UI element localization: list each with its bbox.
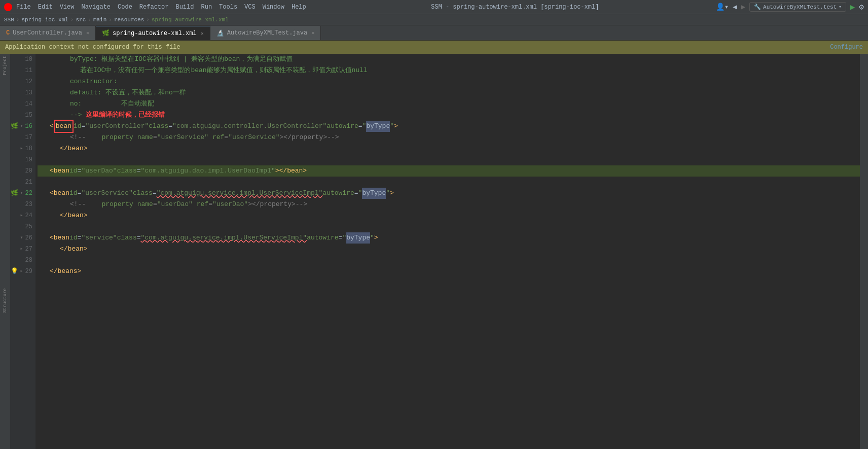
breadcrumb-file[interactable]: spring-autowire-xml.xml bbox=[152, 17, 229, 23]
tab-spring-autowire[interactable]: 🌿 spring-autowire-xml.xml ✕ bbox=[96, 26, 210, 40]
line-num-10: 10 bbox=[25, 54, 32, 65]
project-panel-label[interactable]: Project bbox=[3, 56, 8, 75]
eq-22: = bbox=[78, 188, 82, 199]
val-id-20: "userDao" bbox=[81, 165, 117, 177]
close-tag-18: </bean> bbox=[60, 143, 88, 154]
code-line-15: --> 这里编译的时候，已经报错 bbox=[40, 110, 860, 121]
val-class-20: "com.atguigu.dao.impl.UserDaoImpl" bbox=[141, 165, 275, 177]
comment-11: 若在IOC中，没有任何一个兼容类型的bean能够为属性赋值，则该属性不装配，即值… bbox=[80, 65, 368, 76]
tab-close-0[interactable]: ✕ bbox=[86, 30, 89, 36]
breadcrumb-resources[interactable]: resources bbox=[114, 17, 144, 23]
account-icon[interactable]: 👤▾ bbox=[716, 3, 729, 11]
right-scrollbar[interactable] bbox=[860, 54, 868, 449]
eq3-22: = bbox=[354, 188, 358, 199]
bean-tag-16: bean bbox=[54, 120, 74, 133]
structure-panel-label[interactable]: Structure bbox=[3, 288, 8, 313]
forward-icon[interactable]: ▶ bbox=[741, 3, 745, 11]
menu-code[interactable]: Code bbox=[118, 4, 132, 11]
line-num-21: 21 bbox=[25, 177, 32, 188]
menu-file[interactable]: File bbox=[16, 4, 31, 11]
menu-refactor[interactable]: Refactor bbox=[139, 4, 169, 11]
tag-22: bean bbox=[54, 188, 69, 199]
menu-build[interactable]: Build bbox=[175, 4, 194, 11]
run-button[interactable]: ▶ bbox=[850, 2, 855, 12]
tag-26: bean bbox=[54, 232, 69, 244]
close-beans-29: </beans> bbox=[50, 266, 81, 277]
fold-icon-22[interactable]: ▾ bbox=[20, 188, 23, 199]
fold-icon-29[interactable]: ▸ bbox=[20, 266, 23, 277]
val-autowire-close-22: " bbox=[386, 188, 390, 199]
comment-13: default: 不设置，不装配，和no一样 bbox=[70, 87, 186, 98]
attr-autowire-22: autowire bbox=[322, 188, 354, 199]
open-22: < bbox=[50, 188, 54, 199]
fold-icon-27[interactable]: ▸ bbox=[20, 244, 23, 255]
eq2-26: = bbox=[137, 232, 141, 244]
breadcrumb-ssm[interactable]: SSM bbox=[4, 17, 14, 23]
comment-17: <!-- property name="userService" ref="us… bbox=[70, 132, 339, 143]
menu-bar[interactable]: File Edit View Navigate Code Refactor Bu… bbox=[16, 4, 306, 11]
menu-run[interactable]: Run bbox=[201, 4, 212, 11]
editor-tabs: C UserController.java ✕ 🌿 spring-autowir… bbox=[0, 25, 868, 41]
breadcrumb-sep-0: › bbox=[16, 17, 20, 23]
line-num-14: 14 bbox=[25, 98, 32, 110]
breadcrumb-sep-3: › bbox=[108, 17, 112, 23]
tab-usercontroller[interactable]: C UserController.java ✕ bbox=[0, 26, 96, 40]
code-line-29: </beans> bbox=[40, 266, 860, 277]
run-config-icon: 🔧 bbox=[754, 4, 761, 10]
code-line-21 bbox=[40, 177, 860, 188]
fold-icon-16[interactable]: ▾ bbox=[20, 121, 23, 132]
val-id-22: "userService" bbox=[81, 188, 132, 199]
menu-navigate[interactable]: Navigate bbox=[81, 4, 111, 11]
app-logo bbox=[4, 3, 12, 11]
val-autowire-open-16: " bbox=[363, 121, 367, 132]
code-editor[interactable]: byType: 根据关型在IOC容器中找到 | 兼容关型的bean，为满足自动赋… bbox=[35, 54, 860, 449]
eq2-16: = bbox=[168, 121, 172, 132]
close-tag-24: </bean> bbox=[60, 210, 88, 221]
settings-button[interactable]: ⚙ bbox=[859, 2, 864, 12]
open-20: < bbox=[50, 165, 54, 177]
code-line-23: <!-- property name="userDao" ref="userDa… bbox=[40, 199, 860, 210]
line-num-26: ▾ 26 bbox=[20, 232, 32, 244]
tab-close-1[interactable]: ✕ bbox=[201, 30, 204, 37]
breadcrumb-module[interactable]: spring-ioc-xml bbox=[21, 17, 68, 23]
line-num-18: ▸ 18 bbox=[20, 143, 32, 154]
line-num-19: 19 bbox=[25, 154, 32, 165]
gutter-icon-16: 🌿 bbox=[11, 121, 18, 132]
bulb-icon-29[interactable]: 💡 bbox=[11, 266, 18, 277]
menu-help[interactable]: Help bbox=[292, 4, 306, 11]
breadcrumb-main[interactable]: main bbox=[93, 17, 106, 23]
configure-link[interactable]: Configure bbox=[830, 44, 863, 51]
attr-id-26: id bbox=[69, 232, 78, 244]
comment-12: constructor: bbox=[70, 76, 118, 87]
code-line-24: </bean> bbox=[40, 210, 860, 221]
run-configuration[interactable]: 🔧 AutowireByXMLTest.test ▾ bbox=[749, 2, 846, 12]
val-bytype-16: byType bbox=[366, 121, 390, 132]
run-config-label: AutowireByXMLTest.test bbox=[763, 4, 837, 10]
code-line-25 bbox=[40, 221, 860, 232]
fold-icon-24[interactable]: ▸ bbox=[20, 210, 23, 221]
back-icon[interactable]: ◀ bbox=[733, 3, 737, 11]
open-26: < bbox=[50, 232, 54, 244]
selfclose-20: ></bean> bbox=[275, 165, 307, 177]
val-autowire-open-26: " bbox=[342, 232, 346, 244]
menu-window[interactable]: Window bbox=[263, 4, 284, 11]
editor-container: 10 11 12 13 14 15 🌿 ▾ 16 17 ▸ 18 bbox=[10, 54, 860, 449]
eq3-26: = bbox=[339, 232, 343, 244]
run-config-dropdown-icon[interactable]: ▾ bbox=[839, 4, 841, 10]
attr-autowire-26: autowire bbox=[307, 232, 338, 244]
menu-view[interactable]: View bbox=[60, 4, 75, 11]
breadcrumb-src[interactable]: src bbox=[76, 17, 86, 23]
code-line-16: <bean id="userController" class="com.atg… bbox=[40, 121, 860, 132]
menu-edit[interactable]: Edit bbox=[38, 4, 53, 11]
eq2-20: = bbox=[137, 165, 141, 177]
fold-icon-18[interactable]: ▸ bbox=[20, 143, 23, 154]
val-class-22: "com.atguigu.service.impl.UserServiceImp… bbox=[157, 188, 323, 199]
tab-close-2[interactable]: ✕ bbox=[311, 30, 314, 36]
menu-vcs[interactable]: VCS bbox=[244, 4, 256, 11]
window-title: SSM - spring-autowire-xml.xml [spring-io… bbox=[314, 4, 716, 11]
attr-class-26: class bbox=[117, 232, 137, 244]
line-num-12: 12 bbox=[25, 76, 32, 87]
tab-autowirebyxmltest[interactable]: 🔬 AutowireByXMLTest.java ✕ bbox=[210, 26, 321, 40]
fold-icon-26[interactable]: ▾ bbox=[20, 232, 23, 244]
menu-tools[interactable]: Tools bbox=[219, 4, 237, 11]
